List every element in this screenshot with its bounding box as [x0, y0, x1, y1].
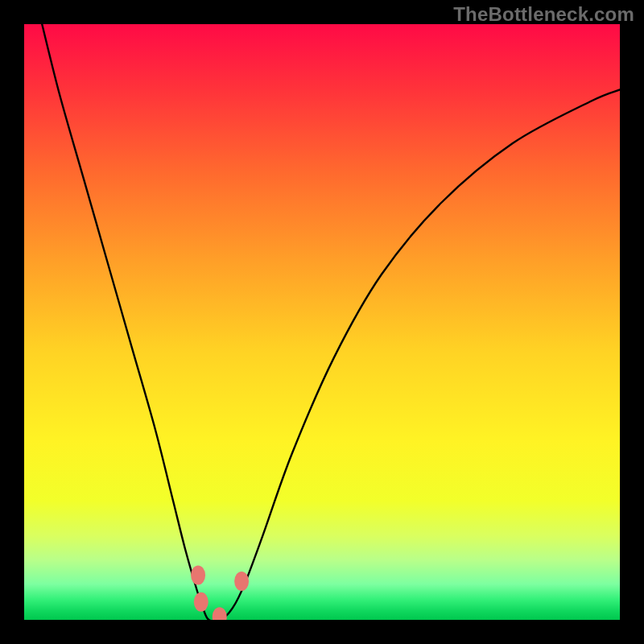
dot-left-lower	[194, 592, 208, 612]
plot-area	[24, 24, 620, 620]
bottleneck-curve	[24, 24, 620, 620]
dot-left-upper	[191, 566, 205, 585]
dot-right	[234, 572, 249, 591]
dot-bottom	[213, 607, 227, 620]
watermark-text: TheBottleneck.com	[453, 3, 634, 26]
